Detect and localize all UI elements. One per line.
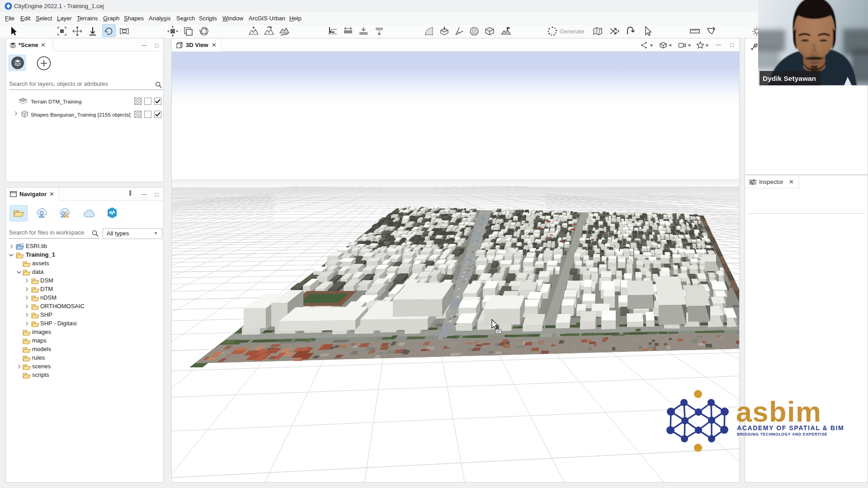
svg-text:Dydik Setyawan: Dydik Setyawan (763, 75, 816, 82)
svg-text:asbim: asbim (736, 396, 822, 427)
svg-text:BRIDGING TECHNOLOGY AND EXPERT: BRIDGING TECHNOLOGY AND EXPERTISE (737, 432, 827, 436)
svg-text:ACADEMY OF SPATIAL & BIM: ACADEMY OF SPATIAL & BIM (737, 424, 844, 432)
